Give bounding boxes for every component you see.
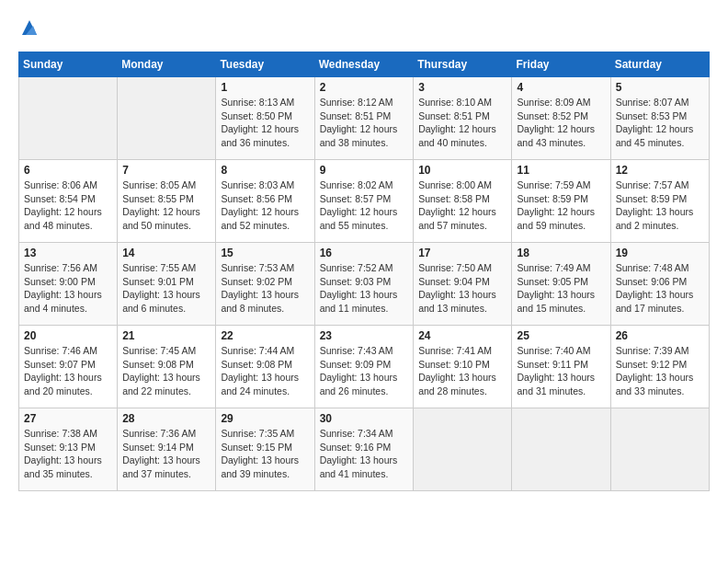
calendar-cell: 14Sunrise: 7:55 AMSunset: 9:01 PMDayligh…: [118, 243, 216, 326]
day-info: Sunrise: 8:03 AMSunset: 8:56 PMDaylight:…: [221, 178, 309, 233]
day-number: 5: [616, 81, 704, 94]
day-info: Sunrise: 7:35 AMSunset: 9:15 PMDaylight:…: [221, 427, 309, 481]
day-info: Sunrise: 7:44 AMSunset: 9:08 PMDaylight:…: [221, 344, 309, 398]
week-row-3: 13Sunrise: 7:56 AMSunset: 9:00 PMDayligh…: [19, 243, 710, 326]
calendar-cell: 13Sunrise: 7:56 AMSunset: 9:00 PMDayligh…: [19, 243, 118, 326]
calendar-cell: 24Sunrise: 7:41 AMSunset: 9:10 PMDayligh…: [414, 326, 512, 408]
day-info: Sunrise: 7:39 AMSunset: 9:12 PMDaylight:…: [616, 344, 704, 398]
calendar-cell: 26Sunrise: 7:39 AMSunset: 9:12 PMDayligh…: [610, 326, 709, 408]
day-info: Sunrise: 8:07 AMSunset: 8:53 PMDaylight:…: [616, 96, 704, 150]
calendar-cell: 2Sunrise: 8:12 AMSunset: 8:51 PMDaylight…: [314, 77, 414, 160]
day-number: 21: [122, 329, 210, 342]
week-row-2: 6Sunrise: 8:06 AMSunset: 8:54 PMDaylight…: [19, 160, 710, 243]
day-number: 3: [418, 81, 506, 94]
calendar-cell: 7Sunrise: 8:05 AMSunset: 8:55 PMDaylight…: [118, 160, 216, 243]
day-info: Sunrise: 8:05 AMSunset: 8:55 PMDaylight:…: [122, 178, 210, 233]
column-header-monday: Monday: [118, 52, 216, 77]
day-info: Sunrise: 7:55 AMSunset: 9:01 PMDaylight:…: [122, 261, 210, 316]
day-info: Sunrise: 7:59 AMSunset: 8:59 PMDaylight:…: [517, 178, 605, 233]
day-info: Sunrise: 8:10 AMSunset: 8:51 PMDaylight:…: [418, 96, 506, 150]
day-number: 7: [122, 164, 210, 177]
day-info: Sunrise: 7:34 AMSunset: 9:16 PMDaylight:…: [320, 427, 409, 481]
day-number: 26: [616, 329, 704, 342]
day-number: 17: [418, 247, 506, 259]
calendar-cell: [19, 77, 118, 160]
day-number: 16: [320, 247, 409, 259]
calendar-cell: 8Sunrise: 8:03 AMSunset: 8:56 PMDaylight…: [216, 160, 314, 243]
calendar-header-row: SundayMondayTuesdayWednesdayThursdayFrid…: [19, 52, 710, 77]
calendar-cell: 18Sunrise: 7:49 AMSunset: 9:05 PMDayligh…: [512, 243, 610, 326]
day-number: 28: [122, 412, 210, 425]
calendar-cell: [414, 408, 512, 491]
column-header-saturday: Saturday: [610, 52, 709, 77]
calendar-cell: 27Sunrise: 7:38 AMSunset: 9:13 PMDayligh…: [19, 408, 118, 491]
calendar-cell: 9Sunrise: 8:02 AMSunset: 8:57 PMDaylight…: [314, 160, 414, 243]
day-number: 24: [418, 329, 506, 342]
day-number: 10: [418, 164, 506, 177]
calendar-cell: 25Sunrise: 7:40 AMSunset: 9:11 PMDayligh…: [512, 326, 610, 408]
day-number: 8: [221, 164, 309, 177]
calendar-cell: 23Sunrise: 7:43 AMSunset: 9:09 PMDayligh…: [314, 326, 414, 408]
day-info: Sunrise: 7:53 AMSunset: 9:02 PMDaylight:…: [221, 261, 309, 316]
day-number: 23: [320, 329, 409, 342]
calendar-cell: 10Sunrise: 8:00 AMSunset: 8:58 PMDayligh…: [414, 160, 512, 243]
week-row-5: 27Sunrise: 7:38 AMSunset: 9:13 PMDayligh…: [19, 408, 710, 491]
day-number: 9: [320, 164, 409, 177]
calendar-cell: [512, 408, 610, 491]
day-number: 2: [320, 81, 409, 94]
column-header-tuesday: Tuesday: [216, 52, 314, 77]
calendar-cell: 20Sunrise: 7:46 AMSunset: 9:07 PMDayligh…: [19, 326, 118, 408]
calendar-cell: 22Sunrise: 7:44 AMSunset: 9:08 PMDayligh…: [216, 326, 314, 408]
calendar-cell: 6Sunrise: 8:06 AMSunset: 8:54 PMDaylight…: [19, 160, 118, 243]
day-info: Sunrise: 7:49 AMSunset: 9:05 PMDaylight:…: [517, 261, 605, 316]
logo-icon: [20, 18, 39, 37]
calendar-cell: [610, 408, 709, 491]
day-info: Sunrise: 7:57 AMSunset: 8:59 PMDaylight:…: [616, 178, 704, 233]
column-header-sunday: Sunday: [19, 52, 118, 77]
day-number: 25: [517, 329, 605, 342]
day-info: Sunrise: 7:38 AMSunset: 9:13 PMDaylight:…: [24, 427, 112, 481]
day-info: Sunrise: 8:02 AMSunset: 8:57 PMDaylight:…: [320, 178, 409, 233]
calendar-cell: 11Sunrise: 7:59 AMSunset: 8:59 PMDayligh…: [512, 160, 610, 243]
day-number: 6: [24, 164, 112, 177]
calendar-cell: 19Sunrise: 7:48 AMSunset: 9:06 PMDayligh…: [610, 243, 709, 326]
day-number: 29: [221, 412, 309, 425]
calendar-cell: 1Sunrise: 8:13 AMSunset: 8:50 PMDaylight…: [216, 77, 314, 160]
day-info: Sunrise: 7:50 AMSunset: 9:04 PMDaylight:…: [418, 261, 506, 316]
calendar-cell: 3Sunrise: 8:10 AMSunset: 8:51 PMDaylight…: [414, 77, 512, 160]
day-info: Sunrise: 7:52 AMSunset: 9:03 PMDaylight:…: [320, 261, 409, 316]
day-info: Sunrise: 7:36 AMSunset: 9:14 PMDaylight:…: [122, 427, 210, 481]
day-info: Sunrise: 8:13 AMSunset: 8:50 PMDaylight:…: [221, 96, 309, 150]
column-header-friday: Friday: [512, 52, 610, 77]
day-info: Sunrise: 7:46 AMSunset: 9:07 PMDaylight:…: [24, 344, 112, 398]
day-number: 13: [24, 247, 112, 259]
day-info: Sunrise: 7:45 AMSunset: 9:08 PMDaylight:…: [122, 344, 210, 398]
calendar-cell: 30Sunrise: 7:34 AMSunset: 9:16 PMDayligh…: [314, 408, 414, 491]
day-number: 12: [616, 164, 704, 177]
calendar-cell: 4Sunrise: 8:09 AMSunset: 8:52 PMDaylight…: [512, 77, 610, 160]
day-number: 1: [221, 81, 309, 94]
day-number: 14: [122, 247, 210, 259]
day-number: 22: [221, 329, 309, 342]
calendar-cell: 16Sunrise: 7:52 AMSunset: 9:03 PMDayligh…: [314, 243, 414, 326]
day-info: Sunrise: 8:09 AMSunset: 8:52 PMDaylight:…: [517, 96, 605, 150]
day-number: 27: [24, 412, 112, 425]
day-info: Sunrise: 7:41 AMSunset: 9:10 PMDaylight:…: [418, 344, 506, 398]
calendar-cell: 21Sunrise: 7:45 AMSunset: 9:08 PMDayligh…: [118, 326, 216, 408]
calendar-cell: 28Sunrise: 7:36 AMSunset: 9:14 PMDayligh…: [118, 408, 216, 491]
day-number: 30: [320, 412, 409, 425]
day-info: Sunrise: 8:06 AMSunset: 8:54 PMDaylight:…: [24, 178, 112, 233]
day-info: Sunrise: 7:40 AMSunset: 9:11 PMDaylight:…: [517, 344, 605, 398]
calendar-cell: 29Sunrise: 7:35 AMSunset: 9:15 PMDayligh…: [216, 408, 314, 491]
day-info: Sunrise: 7:43 AMSunset: 9:09 PMDaylight:…: [320, 344, 409, 398]
day-number: 15: [221, 247, 309, 259]
week-row-4: 20Sunrise: 7:46 AMSunset: 9:07 PMDayligh…: [19, 326, 710, 408]
day-number: 4: [517, 81, 605, 94]
day-number: 20: [24, 329, 112, 342]
page-header: [18, 18, 710, 37]
day-number: 18: [517, 247, 605, 259]
week-row-1: 1Sunrise: 8:13 AMSunset: 8:50 PMDaylight…: [19, 77, 710, 160]
calendar-cell: 17Sunrise: 7:50 AMSunset: 9:04 PMDayligh…: [414, 243, 512, 326]
column-header-wednesday: Wednesday: [314, 52, 414, 77]
day-number: 19: [616, 247, 704, 259]
